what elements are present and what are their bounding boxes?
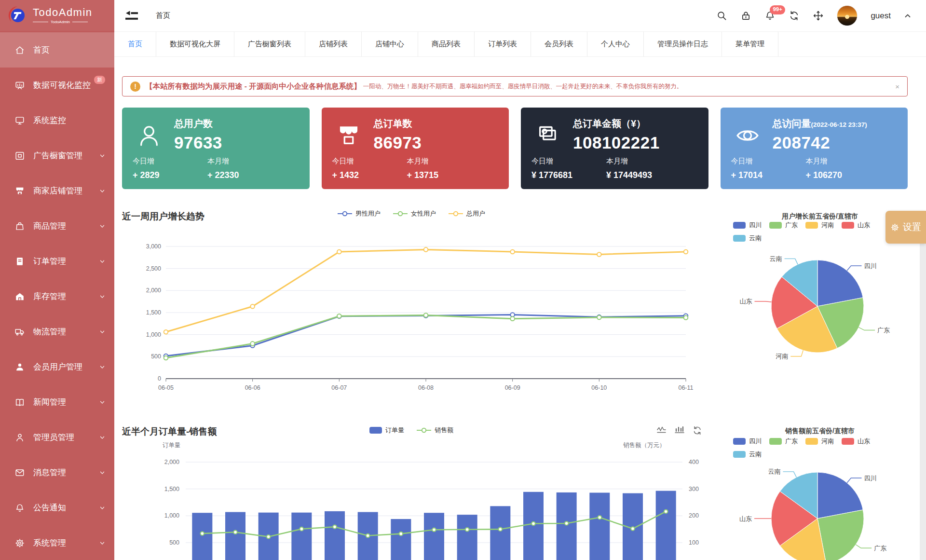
tab-ad-window-list[interactable]: 广告橱窗列表	[234, 32, 305, 56]
gear-icon	[14, 538, 25, 548]
legend-item-云南[interactable]: 云南	[733, 234, 762, 243]
tab-goods-list[interactable]: 商品列表	[418, 32, 475, 56]
sidebar-item-data-visual-monitor[interactable]: 数据可视化监控新	[0, 68, 114, 103]
legend-item-四川[interactable]: 四川	[733, 221, 762, 230]
legend-label: 广东	[785, 437, 798, 446]
legend-label: 山东	[858, 221, 870, 230]
sidebar-item-admins[interactable]: 管理员管理	[0, 420, 114, 455]
lock-icon[interactable]	[740, 10, 751, 21]
stat-card-month-value: ¥ 17449493	[606, 170, 681, 180]
refresh-icon[interactable]	[789, 10, 800, 21]
chevron-down-icon	[99, 469, 106, 476]
legend-item-男性用户[interactable]: 男性用户	[338, 209, 381, 218]
sidebar-item-system-monitor[interactable]: 系统监控	[0, 103, 114, 138]
sidebar-item-system[interactable]: 系统管理	[0, 525, 114, 560]
username[interactable]: guest	[871, 11, 891, 21]
legend-line-marker	[417, 427, 431, 434]
tab-home[interactable]: 首页	[114, 32, 156, 56]
sidebar-item-label: 公告通知	[33, 502, 66, 513]
alert-close-icon[interactable]: ×	[889, 82, 899, 91]
legend-item-总用户[interactable]: 总用户	[449, 209, 485, 218]
tab-shop-list[interactable]: 店铺列表	[305, 32, 362, 56]
tab-menu-manage[interactable]: 菜单管理	[722, 32, 778, 56]
legend-item-河南[interactable]: 河南	[805, 437, 834, 446]
legend-swatch	[805, 222, 818, 229]
tab-admin-log[interactable]: 管理员操作日志	[644, 32, 722, 56]
stat-card-title-suffix: (2022-06-12 23:37)	[811, 121, 867, 128]
user-avatar[interactable]	[837, 5, 858, 26]
move-icon[interactable]	[813, 10, 824, 21]
tab-profile[interactable]: 个人中心	[587, 32, 644, 56]
tab-data-screen[interactable]: 数据可视化大屏	[156, 32, 234, 56]
legend-item-销售额[interactable]: 销售额	[417, 426, 453, 435]
order-icon	[14, 256, 25, 267]
tab-shop-center[interactable]: 店铺中心	[362, 32, 418, 56]
svg-text:06-08: 06-08	[418, 384, 434, 391]
bell-icon[interactable]: 99+	[764, 10, 776, 21]
stat-card-month-value: + 22330	[207, 170, 282, 180]
pie1-legend: 四川广东河南山东云南	[733, 221, 892, 243]
legend-item-河南[interactable]: 河南	[805, 221, 834, 230]
sidebar-item-home[interactable]: 首页	[0, 32, 114, 68]
sidebar-item-messages[interactable]: 消息管理	[0, 455, 114, 490]
bag-icon	[14, 221, 25, 232]
legend-item-广东[interactable]: 广东	[769, 437, 798, 446]
legend-label: 云南	[749, 450, 762, 459]
legend-item-云南[interactable]: 云南	[733, 450, 762, 459]
sidebar-item-merchant-shop[interactable]: 商家店铺管理	[0, 173, 114, 208]
pie2-title: 销售额前五省份/直辖市	[723, 427, 916, 436]
sidebar-item-label: 库存管理	[33, 291, 66, 302]
legend-item-四川[interactable]: 四川	[733, 437, 762, 446]
legend-item-山东[interactable]: 山东	[842, 437, 870, 446]
legend-item-订单量[interactable]: 订单量	[369, 426, 404, 435]
header-actions: 99+ guest	[716, 5, 912, 26]
collapse-sidebar-icon[interactable]	[125, 10, 138, 22]
bar	[225, 512, 245, 560]
chevron-down-icon	[99, 223, 106, 230]
search-icon[interactable]	[716, 10, 727, 21]
truck-icon	[14, 327, 25, 337]
pie-slice-label: 云南	[770, 255, 782, 262]
sidebar-item-ad-window[interactable]: 广告橱窗管理	[0, 138, 114, 173]
sidebar-item-members[interactable]: 会员用户管理	[0, 349, 114, 384]
svg-text:1,500: 1,500	[164, 486, 179, 492]
scrollbar-track[interactable]	[920, 244, 926, 560]
bar-chart-icon[interactable]	[674, 425, 684, 436]
alert-bold-text: 【本站所有数据均为展示用途 - 开源面向中小企业各种信息系统】	[145, 82, 361, 92]
refresh-icon[interactable]	[692, 425, 702, 436]
sidebar-item-inventory[interactable]: 库存管理	[0, 279, 114, 314]
legend-line-marker	[338, 210, 352, 217]
stat-card-month-label: 本月增	[806, 157, 881, 166]
tab-member-list[interactable]: 会员列表	[531, 32, 587, 56]
settings-button[interactable]: 设置	[885, 211, 926, 244]
bar	[325, 511, 345, 560]
legend-item-广东[interactable]: 广东	[769, 221, 798, 230]
line-chart-icon[interactable]	[656, 425, 667, 436]
stat-card-value: 208742	[773, 133, 867, 152]
sidebar-item-news[interactable]: 新闻管理	[0, 384, 114, 420]
stat-card-month: 本月增+ 13715	[407, 157, 482, 180]
svg-text:06-07: 06-07	[331, 384, 347, 391]
stat-card-today: 今日增+ 17014	[731, 157, 806, 180]
chevron-down-icon	[99, 152, 106, 159]
tab-order-list[interactable]: 订单列表	[475, 32, 531, 56]
legend-swatch	[733, 222, 746, 229]
legend-item-山东[interactable]: 山东	[842, 221, 870, 230]
sidebar-item-logistics[interactable]: 物流管理	[0, 314, 114, 349]
chevron-up-icon[interactable]	[904, 12, 912, 20]
eye-icon	[734, 122, 761, 149]
sidebar-item-notices[interactable]: 公告通知	[0, 490, 114, 525]
bar	[424, 513, 444, 560]
shop-icon	[14, 186, 25, 196]
legend-swatch	[769, 222, 782, 229]
stat-card-total-orders: 总订单数86973今日增+ 1432本月增+ 13715	[322, 108, 509, 189]
app-logo[interactable]: TodoAdmin TodoAdmin	[0, 0, 114, 31]
sidebar-item-orders[interactable]: 订单管理	[0, 244, 114, 279]
sidebar-item-goods[interactable]: 商品管理	[0, 208, 114, 244]
legend-item-女性用户[interactable]: 女性用户	[393, 209, 436, 218]
bar-chart-legend: 订单量销售额	[122, 426, 701, 435]
stat-card-today: 今日增¥ 1776681	[531, 157, 606, 180]
svg-text:200: 200	[689, 512, 699, 519]
notification-badge: 99+	[770, 5, 785, 14]
stat-card-month-label: 本月增	[407, 157, 482, 166]
